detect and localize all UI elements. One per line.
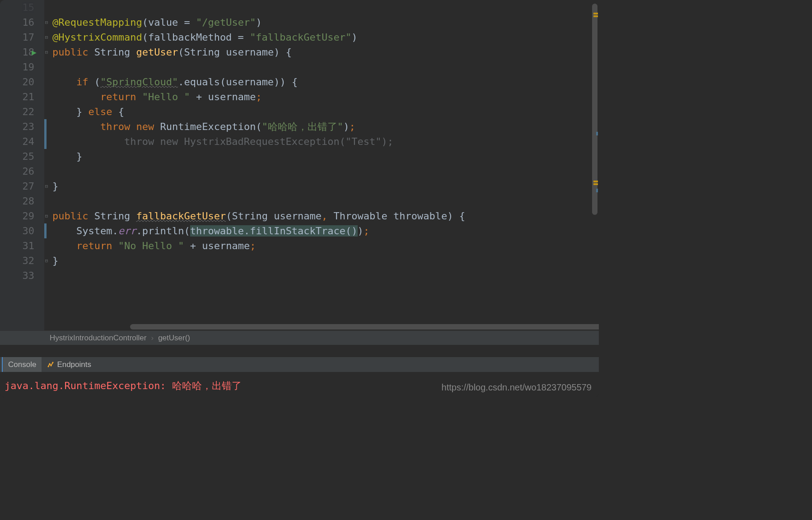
method-name: getUser [136, 46, 178, 58]
annotation: @RequestMapping [52, 17, 142, 28]
line-number: 28 [0, 194, 44, 209]
line-number: 22 [0, 104, 44, 119]
code-line[interactable]: System.err.println(throwable.fillInStack… [52, 223, 599, 238]
code-line[interactable] [52, 164, 599, 179]
code-line[interactable]: public String fallbackGetUser(String use… [52, 209, 599, 223]
method-name: fallbackGetUser [136, 210, 226, 222]
code-line[interactable]: } else { [52, 104, 599, 119]
code-line[interactable]: if ("SpringCloud".equals(username)) { [52, 74, 599, 89]
code-line[interactable]: return "Hello " + username; [52, 89, 599, 104]
breadcrumb-method[interactable]: getUser() [158, 334, 190, 343]
code-line[interactable]: throw new RuntimeException("哈哈哈，出错了"); [52, 119, 599, 134]
code-line-current[interactable]: throw new HystrixBadRequestException("Te… [52, 134, 599, 149]
info-marker[interactable] [596, 132, 598, 135]
warning-marker[interactable] [593, 15, 598, 17]
line-number: 20 [0, 74, 44, 89]
warning-marker[interactable] [593, 181, 598, 182]
info-marker[interactable] [596, 189, 598, 192]
code-line[interactable] [52, 268, 599, 283]
warning-marker[interactable] [593, 183, 598, 185]
svg-point-1 [49, 363, 51, 364]
tab-console[interactable]: Console [2, 357, 42, 372]
breadcrumb-bar: HystrixIntroductionController › getUser(… [0, 330, 599, 345]
line-number: 26 [0, 164, 44, 179]
line-number: 17 [0, 30, 44, 45]
svg-point-3 [52, 362, 54, 363]
svg-point-0 [48, 366, 49, 367]
code-line[interactable]: } [52, 149, 599, 164]
code-content[interactable]: @RequestMapping(value = "/getUser") @Hys… [44, 0, 599, 330]
code-editor-area[interactable]: 15 16 17 18 19 20 21 22 23 24 25 26 27 2… [0, 0, 599, 330]
line-number: 23 [0, 119, 44, 134]
line-number: 31 [0, 238, 44, 253]
marker-stripe[interactable] [593, 0, 599, 330]
vcs-change-marker[interactable] [44, 223, 47, 238]
endpoints-icon [47, 361, 54, 368]
line-number: 25 [0, 149, 44, 164]
line-number: 32 [0, 253, 44, 268]
line-number: 16 [0, 15, 44, 30]
horizontal-scrollbar[interactable] [130, 324, 599, 330]
vcs-change-marker[interactable] [44, 119, 47, 134]
code-line[interactable] [52, 194, 599, 209]
console-tabs: Console Endpoints [0, 357, 599, 372]
code-line[interactable]: } [52, 179, 599, 194]
annotation: @HystrixCommand [52, 32, 142, 43]
code-line[interactable]: @RequestMapping(value = "/getUser") [52, 15, 599, 30]
line-number: 33 [0, 268, 44, 283]
breadcrumb-class[interactable]: HystrixIntroductionController [50, 334, 146, 343]
run-gutter-icon[interactable]: ▶ [32, 47, 37, 57]
line-number: 27 [0, 179, 44, 194]
code-line[interactable]: public String getUser(String username) { [52, 45, 599, 60]
vcs-change-marker[interactable] [44, 134, 47, 149]
line-number: 18 [0, 45, 44, 60]
line-number: 29 [0, 209, 44, 223]
line-number: 21 [0, 89, 44, 104]
gutter[interactable]: 15 16 17 18 19 20 21 22 23 24 25 26 27 2… [0, 0, 44, 330]
line-number: 19 [0, 60, 44, 74]
line-number: 15 [0, 0, 44, 15]
code-line[interactable]: return "No Hello " + username; [52, 238, 599, 253]
ide-editor-window: 15 16 17 18 19 20 21 22 23 24 25 26 27 2… [0, 0, 599, 397]
code-line[interactable]: @HystrixCommand(fallbackMethod = "fallba… [52, 30, 599, 45]
line-number: 24 [0, 134, 44, 149]
tab-endpoints[interactable]: Endpoints [42, 357, 97, 372]
code-line[interactable]: } [52, 253, 599, 268]
watermark-text: https://blog.csdn.net/wo18237095579 [442, 382, 592, 393]
svg-point-2 [51, 365, 52, 366]
code-line[interactable] [52, 60, 599, 74]
line-number: 30 [0, 223, 44, 238]
chevron-right-icon: › [151, 334, 154, 343]
error-output-line: java.lang.RuntimeException: 哈哈哈，出错了 [5, 380, 242, 391]
warning-marker[interactable] [593, 13, 598, 14]
code-line[interactable] [52, 0, 599, 15]
